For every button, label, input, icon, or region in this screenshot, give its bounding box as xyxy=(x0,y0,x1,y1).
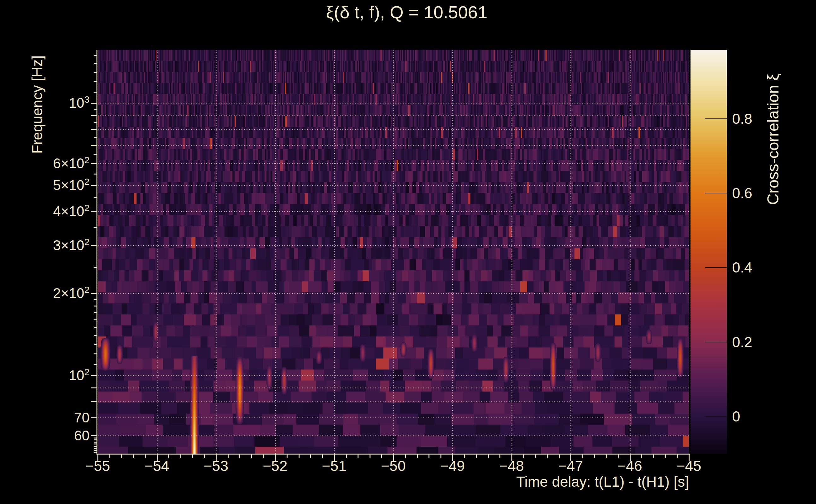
x-tick-label: −50 xyxy=(368,457,419,474)
x-minor-tick xyxy=(464,455,465,458)
x-minor-tick xyxy=(559,455,560,458)
x-minor-tick xyxy=(180,455,181,458)
y-minor-tick xyxy=(94,81,97,82)
x-tick-label: −46 xyxy=(605,457,655,474)
x-minor-tick xyxy=(381,455,382,458)
y-minor-tick xyxy=(94,450,97,451)
y-minor-tick xyxy=(94,174,97,175)
y-minor-tick xyxy=(94,442,97,443)
y-minor-tick xyxy=(94,353,97,354)
y-tick-label: 70 xyxy=(14,409,89,426)
y-minor-tick xyxy=(94,154,97,155)
y-tick-label: 4×102 xyxy=(14,203,89,220)
x-minor-tick xyxy=(594,455,595,458)
x-minor-tick xyxy=(310,455,311,458)
y-major-tick xyxy=(91,103,97,104)
y-major-tick xyxy=(91,245,97,246)
y-axis-line xyxy=(96,50,97,455)
x-minor-tick xyxy=(476,455,477,458)
x-minor-tick xyxy=(263,455,264,458)
spectrogram-heatmap xyxy=(98,50,689,454)
plot-area xyxy=(98,50,689,454)
x-minor-tick xyxy=(405,455,406,458)
y-major-tick xyxy=(91,185,97,186)
y-minor-tick xyxy=(94,267,97,268)
y-tick-label: 60 xyxy=(14,427,89,444)
x-minor-tick xyxy=(499,455,500,458)
x-tick-label: −55 xyxy=(72,457,123,474)
colorbar-tick xyxy=(705,416,727,417)
y-minor-tick xyxy=(94,327,97,328)
x-minor-tick xyxy=(606,455,607,458)
x-minor-tick xyxy=(535,455,536,458)
x-minor-tick xyxy=(665,455,666,458)
x-minor-tick xyxy=(133,455,134,458)
x-minor-tick xyxy=(370,455,371,458)
x-tick-label: −52 xyxy=(250,457,301,474)
x-minor-tick xyxy=(121,455,122,458)
x-minor-tick xyxy=(641,455,642,458)
colorbar-tick xyxy=(705,118,727,119)
x-tick-label: −49 xyxy=(427,457,478,474)
y-major-tick xyxy=(91,375,97,376)
y-major-tick xyxy=(91,211,97,212)
y-minor-tick xyxy=(94,72,97,73)
x-tick-label: −51 xyxy=(309,457,359,474)
y-tick-label: 103 xyxy=(14,95,89,111)
x-minor-tick xyxy=(417,455,418,458)
y-major-tick xyxy=(91,129,97,130)
y-minor-tick xyxy=(94,446,97,447)
y-major-tick xyxy=(91,417,97,418)
x-minor-tick xyxy=(168,455,169,458)
y-minor-tick xyxy=(94,438,97,438)
y-minor-tick xyxy=(94,92,97,93)
x-minor-tick xyxy=(145,455,146,458)
y-minor-tick xyxy=(94,63,97,64)
y-minor-tick xyxy=(94,122,97,123)
plot-title: ξ(δ t, f), Q = 10.5061 xyxy=(98,2,716,22)
y-major-tick xyxy=(91,145,97,146)
x-minor-tick xyxy=(239,455,240,458)
colorbar-tick-label: 0.4 xyxy=(732,259,783,276)
y-tick-label: 5×102 xyxy=(14,177,89,193)
y-minor-tick xyxy=(94,312,97,313)
x-minor-tick xyxy=(109,455,110,458)
colorbar-tick xyxy=(705,342,727,342)
colorbar-tick-label: 0 xyxy=(732,408,783,425)
y-major-tick xyxy=(91,387,97,388)
colorbar-tick-label: 0.2 xyxy=(732,334,783,350)
x-minor-tick xyxy=(228,455,229,458)
y-tick-label: 2×102 xyxy=(14,285,89,301)
y-major-tick xyxy=(91,401,97,402)
y-minor-tick xyxy=(94,55,97,56)
x-minor-tick xyxy=(204,455,205,458)
x-tick-label: −53 xyxy=(191,457,241,474)
y-tick-label: 102 xyxy=(14,367,89,384)
y-tick-label: 3×102 xyxy=(14,237,89,254)
x-tick-label: −47 xyxy=(545,457,596,474)
y-major-tick xyxy=(91,293,97,294)
y-minor-tick xyxy=(94,439,97,440)
x-minor-tick xyxy=(287,455,288,458)
x-minor-tick xyxy=(440,455,441,458)
y-minor-tick xyxy=(94,444,97,444)
colorbar xyxy=(691,50,727,454)
y-minor-tick xyxy=(94,344,97,345)
y-minor-tick xyxy=(94,319,97,320)
y-minor-tick xyxy=(94,452,97,453)
x-minor-tick xyxy=(677,455,678,458)
x-minor-tick xyxy=(582,455,583,458)
x-minor-tick xyxy=(251,455,252,458)
x-tick-label: −54 xyxy=(132,457,182,474)
y-major-tick xyxy=(91,115,97,116)
x-minor-tick xyxy=(653,455,654,458)
y-tick-label: 6×102 xyxy=(14,155,89,172)
x-minor-tick xyxy=(299,455,300,458)
x-axis-title: Time delay: t(L1) - t(H1) [s] xyxy=(374,473,689,490)
colorbar-tick xyxy=(705,193,727,193)
colorbar-tick xyxy=(705,267,727,268)
x-minor-tick xyxy=(192,455,193,458)
y-minor-tick xyxy=(94,299,97,300)
x-minor-tick xyxy=(346,455,347,458)
y-minor-tick xyxy=(94,306,97,306)
